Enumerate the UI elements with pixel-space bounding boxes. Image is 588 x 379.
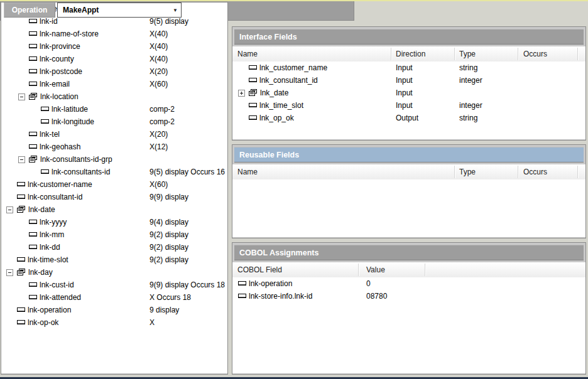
assignment-value: 0 bbox=[366, 277, 371, 290]
expand-slot bbox=[30, 169, 41, 176]
interface-field-row[interactable]: lnk_date Input bbox=[232, 87, 585, 99]
operation-select[interactable]: MakeAppt ▼ bbox=[57, 3, 182, 18]
column-divider[interactable] bbox=[518, 48, 518, 60]
expand-toggle-icon[interactable] bbox=[238, 90, 245, 97]
tree-row[interactable]: lnk-date bbox=[1, 203, 227, 216]
tree-row[interactable]: lnk-county X(40) bbox=[1, 53, 227, 65]
elementary-field-icon bbox=[29, 132, 37, 137]
column-divider[interactable] bbox=[518, 166, 518, 178]
assignment-field: lnk-store-info.lnk-id bbox=[249, 292, 312, 301]
interface-field-row[interactable]: lnk_op_ok Output string bbox=[232, 112, 585, 124]
column-header-name[interactable]: Name bbox=[237, 164, 258, 179]
tree-row[interactable]: lnk-latitude comp-2 bbox=[1, 103, 227, 115]
column-divider[interactable] bbox=[425, 264, 425, 276]
column-header-name[interactable]: Name bbox=[237, 46, 258, 61]
elementary-field-icon bbox=[29, 69, 37, 74]
tree-row[interactable]: lnk-time-slot 9(2) display bbox=[1, 254, 227, 266]
field-picture: 9(2) display bbox=[150, 241, 188, 254]
tree-row[interactable]: lnk-postcode X(20) bbox=[1, 65, 227, 78]
column-header-direction[interactable]: Direction bbox=[396, 46, 425, 61]
expand-toggle-icon[interactable] bbox=[18, 156, 25, 163]
tree-row[interactable]: lnk-mm 9(2) display bbox=[1, 228, 227, 241]
expand-slot bbox=[18, 43, 29, 50]
elementary-field-icon bbox=[29, 220, 37, 225]
field-name: lnk_consultant_id bbox=[259, 76, 318, 85]
cobol-entry-point-panel: COBOL Entry Point [ SCHEDULE ] of Progra… bbox=[1, 2, 228, 375]
field-picture: 9(4) display bbox=[150, 216, 188, 228]
tree-row[interactable]: lnk-operation 9 display bbox=[1, 304, 227, 316]
tree-row[interactable]: lnk-consultant-id 9(9) display bbox=[1, 191, 227, 203]
column-divider[interactable] bbox=[577, 48, 578, 60]
reusable-fields-column-header: Name Type Occurs bbox=[232, 164, 585, 180]
expand-toggle-icon[interactable] bbox=[18, 93, 25, 100]
column-divider[interactable] bbox=[577, 166, 578, 178]
field-name: lnk_op_ok bbox=[259, 114, 294, 122]
elementary-field-icon bbox=[29, 82, 37, 87]
assignment-row[interactable]: lnk-store-info.lnk-id 08780 bbox=[232, 290, 585, 302]
tree-row[interactable]: lnk-day bbox=[1, 266, 227, 279]
expand-slot bbox=[18, 232, 29, 238]
field-name: lnk-longitude bbox=[52, 117, 94, 126]
interface-fields-list: lnk_customer_name Input string lnk_consu… bbox=[232, 61, 585, 139]
tree-row[interactable]: lnk-yyyy 9(4) display bbox=[1, 216, 227, 228]
cobol-assignments-section: COBOL Assignments COBOL Field Value lnk-… bbox=[232, 242, 586, 375]
expand-toggle-icon[interactable] bbox=[6, 206, 13, 213]
interface-field-row[interactable]: lnk_customer_name Input string bbox=[232, 61, 585, 74]
field-name: lnk_customer_name bbox=[259, 63, 327, 72]
tree-row[interactable]: lnk-name-of-store X(40) bbox=[1, 28, 227, 40]
column-header-type[interactable]: Type bbox=[459, 164, 476, 179]
tree-row[interactable]: lnk-consultants-id-grp bbox=[1, 153, 227, 166]
field-picture: X(60) bbox=[150, 78, 168, 90]
interface-fields-section: Interface Fields Name Direction Type Occ… bbox=[232, 26, 586, 141]
tree-row[interactable]: lnk-customer-name X(60) bbox=[1, 178, 227, 191]
tree-row[interactable]: lnk-consultants-id 9(5) display Occurs 1… bbox=[1, 166, 227, 178]
field-picture: 9(9) display bbox=[150, 191, 188, 203]
tree-row[interactable]: lnk-attended X Occurs 18 bbox=[1, 291, 227, 304]
expand-toggle-icon[interactable] bbox=[6, 269, 13, 276]
column-header-occurs[interactable]: Occurs bbox=[523, 164, 547, 179]
expand-slot bbox=[238, 77, 249, 84]
tree-row[interactable]: lnk-location bbox=[1, 90, 227, 103]
linkage-tree: lnk-store-info lnk-id 9(5) display lnk-n… bbox=[1, 3, 227, 373]
tree-row[interactable]: lnk-tel X(20) bbox=[1, 128, 227, 141]
tree-row[interactable]: lnk-dd 9(2) display bbox=[1, 241, 227, 254]
column-divider[interactable] bbox=[454, 166, 455, 178]
interface-field-row[interactable]: lnk_consultant_id Input integer bbox=[232, 74, 585, 87]
expand-slot bbox=[6, 307, 17, 314]
field-direction: Input bbox=[396, 87, 413, 99]
field-name: lnk-mm bbox=[40, 230, 64, 239]
interface-fields-title: Interface Fields bbox=[234, 29, 584, 45]
field-name: lnk_date bbox=[260, 88, 288, 97]
field-type: string bbox=[459, 61, 477, 74]
tree-row[interactable]: lnk-op-ok X bbox=[1, 316, 227, 329]
tree-row[interactable]: lnk-longitude comp-2 bbox=[1, 115, 227, 128]
field-name: lnk-county bbox=[40, 55, 74, 63]
field-picture: comp-2 bbox=[150, 115, 175, 128]
column-header-value[interactable]: Value bbox=[366, 262, 385, 277]
tree-row[interactable]: lnk-email X(60) bbox=[1, 78, 227, 90]
chevron-down-icon[interactable]: ▼ bbox=[170, 8, 181, 13]
field-picture: X(60) bbox=[150, 178, 168, 191]
interface-field-row[interactable]: lnk_time_slot Input integer bbox=[232, 99, 585, 112]
field-picture: X(12) bbox=[150, 141, 168, 153]
column-header-occurs[interactable]: Occurs bbox=[523, 46, 547, 61]
column-header-type[interactable]: Type bbox=[459, 46, 476, 61]
assignment-row[interactable]: lnk-operation 0 bbox=[232, 277, 585, 290]
column-divider[interactable] bbox=[358, 264, 359, 276]
field-name: lnk-latitude bbox=[52, 105, 88, 114]
field-name: lnk-yyyy bbox=[40, 218, 67, 227]
expand-slot bbox=[6, 319, 17, 326]
elementary-field-icon bbox=[249, 115, 257, 120]
expand-slot bbox=[6, 257, 17, 264]
column-divider[interactable] bbox=[391, 48, 391, 60]
column-header-cobol-field[interactable]: COBOL Field bbox=[237, 262, 282, 277]
elementary-field-icon bbox=[17, 257, 25, 262]
cobol-assignments-list: lnk-operation 0 lnk-store-info.lnk-id 08… bbox=[232, 277, 585, 373]
column-divider[interactable] bbox=[454, 48, 455, 60]
expand-slot bbox=[18, 56, 29, 63]
field-name: lnk-time-slot bbox=[28, 255, 68, 264]
group-field-icon bbox=[29, 93, 38, 100]
tree-row[interactable]: lnk-province X(40) bbox=[1, 40, 227, 53]
tree-row[interactable]: lnk-cust-id 9(9) display Occurs 18 bbox=[1, 279, 227, 291]
tree-row[interactable]: lnk-geohash X(12) bbox=[1, 141, 227, 153]
